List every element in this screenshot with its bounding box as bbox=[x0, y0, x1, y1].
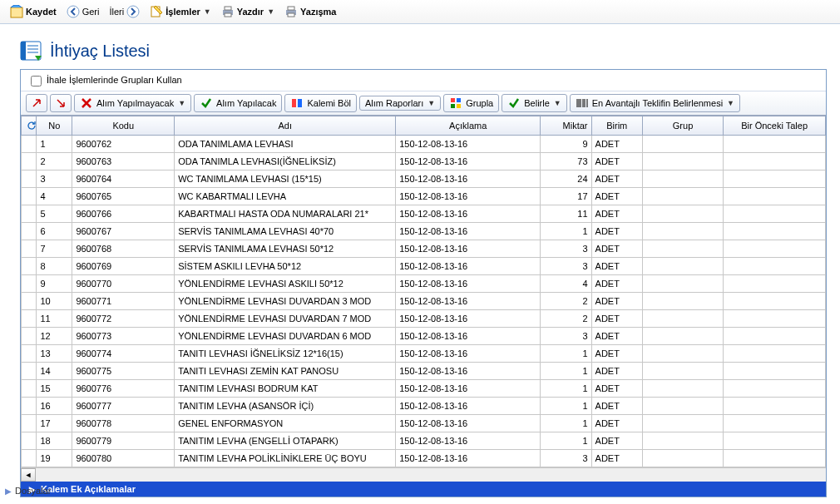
list-icon bbox=[20, 39, 43, 62]
svg-point-1 bbox=[67, 6, 79, 17]
cell-onceki bbox=[724, 136, 826, 153]
cell-onceki bbox=[724, 450, 826, 467]
table-row[interactable]: 179600778GENEL ENFORMASYON150-12-08-13-1… bbox=[22, 415, 826, 432]
cell-miktar: 4 bbox=[541, 275, 591, 293]
cell-kodu: 9600765 bbox=[72, 188, 175, 205]
move-up-button[interactable] bbox=[26, 94, 47, 112]
cell-aciklama: 150-12-08-13-16 bbox=[396, 223, 541, 240]
table-row[interactable]: 199600780TANITIM LEVHA POLİKLİNİKLERE ÜÇ… bbox=[22, 450, 826, 467]
cell-onceki bbox=[724, 258, 826, 275]
horizontal-scrollbar[interactable]: ◄ bbox=[21, 467, 826, 482]
kalemi-bol-button[interactable]: Kalemi Böl bbox=[284, 94, 357, 112]
cell-miktar: 1 bbox=[541, 345, 591, 363]
ihale-gruplari-checkbox[interactable]: İhale İşlemlerinde Grupları Kullan bbox=[27, 75, 182, 85]
col-acik[interactable]: Açıklama bbox=[396, 116, 541, 136]
alim-yapilmayacak-button[interactable]: Alım Yapılmayacak ▼ bbox=[74, 94, 191, 112]
cell-no: 7 bbox=[37, 240, 72, 258]
table-row[interactable]: 129600773YÖNLENDİRME LEVHASI DUVARDAN 6 … bbox=[22, 328, 826, 345]
col-adi[interactable]: Adı bbox=[175, 116, 396, 136]
table-row[interactable]: 29600763ODA TANIMLA LEVHASI(İĞNELİKSİZ)1… bbox=[22, 153, 826, 170]
cell-aciklama: 150-12-08-13-16 bbox=[396, 170, 541, 188]
en-avantajli-button[interactable]: En Avantajlı Teklifin Belirlenmesi ▼ bbox=[570, 94, 740, 112]
cell-adi: SERVİS TANIMLAMA LEVHASI 50*12 bbox=[175, 240, 396, 258]
table-row[interactable]: 59600766KABARTMALI HASTA ODA NUMARALARI … bbox=[22, 205, 826, 223]
cell-miktar: 24 bbox=[541, 170, 591, 188]
table-row[interactable]: 119600772YÖNLENDİRME LEVHASI DUVARDAN 7 … bbox=[22, 310, 826, 328]
table-row[interactable]: 159600776TANITIM LEVHASI BODRUM KAT150-1… bbox=[22, 380, 826, 398]
table-row[interactable]: 49600765WC KABARTMALI LEVHA150-12-08-13-… bbox=[22, 188, 826, 205]
cell-grup bbox=[642, 223, 723, 240]
col-grup[interactable]: Grup bbox=[642, 116, 723, 136]
cell-onceki bbox=[724, 275, 826, 293]
table-row[interactable]: 109600771YÖNLENDİRME LEVHASI DUVARDAN 3 … bbox=[22, 293, 826, 310]
cell-grup bbox=[642, 275, 723, 293]
cell-adi: TANITIM LEVHA (ASANSÖR İÇİ) bbox=[175, 398, 396, 415]
cell-grup bbox=[642, 345, 723, 363]
cell-birim: ADET bbox=[591, 415, 642, 432]
col-birim[interactable]: Birim bbox=[591, 116, 642, 136]
cell-aciklama: 150-12-08-13-16 bbox=[396, 450, 541, 467]
scroll-left-button[interactable]: ◄ bbox=[21, 468, 36, 482]
cell-grup bbox=[642, 432, 723, 450]
table-row[interactable]: 69600767SERVİS TANIMLAMA LEVHASI 40*7015… bbox=[22, 223, 826, 240]
geri-button[interactable]: Geri bbox=[63, 3, 103, 20]
table-row[interactable]: 39600764WC TANIMLAMA LEVHASI (15*15)150-… bbox=[22, 170, 826, 188]
col-miktar[interactable]: Miktar bbox=[541, 116, 591, 136]
btn-label: Belirle bbox=[524, 98, 550, 108]
yazdir-label: Yazdır bbox=[237, 7, 264, 17]
cell-grup bbox=[642, 328, 723, 345]
check-icon bbox=[200, 96, 213, 110]
alim-yapilacak-button[interactable]: Alım Yapılacak bbox=[194, 94, 282, 112]
islemler-button[interactable]: İşlemler ▼ bbox=[146, 3, 215, 20]
cell-aciklama: 150-12-08-13-16 bbox=[396, 398, 541, 415]
button-bar: Alım Yapılmayacak ▼ Alım Yapılacak Kalem… bbox=[21, 91, 826, 115]
grupla-button[interactable]: Grupla bbox=[443, 94, 499, 112]
cell-aciklama: 150-12-08-13-16 bbox=[396, 415, 541, 432]
cell-miktar: 1 bbox=[541, 398, 591, 415]
cell-birim: ADET bbox=[591, 136, 642, 153]
table-row[interactable]: 79600768SERVİS TANIMLAMA LEVHASI 50*1215… bbox=[22, 240, 826, 258]
alim-raporlari-button[interactable]: Alım Raporları ▼ bbox=[359, 96, 441, 111]
table-row[interactable]: 149600775TANITI LEVHASI ZEMİN KAT PANOSU… bbox=[22, 363, 826, 380]
table-row[interactable]: 89600769SİSTEM ASKILI LEVHA 50*12150-12-… bbox=[22, 258, 826, 275]
cell-no: 12 bbox=[37, 328, 72, 345]
cell-grup bbox=[642, 170, 723, 188]
cell-kodu: 9600775 bbox=[72, 363, 175, 380]
cell-grup bbox=[642, 310, 723, 328]
save-icon bbox=[10, 5, 23, 18]
table-row[interactable]: 189600779TANITIM LEVHA (ENGELLİ OTAPARK)… bbox=[22, 432, 826, 450]
table-row[interactable]: 169600777TANITIM LEVHA (ASANSÖR İÇİ)150-… bbox=[22, 398, 826, 415]
row-indicator bbox=[22, 432, 37, 450]
cell-birim: ADET bbox=[591, 275, 642, 293]
cell-kodu: 9600770 bbox=[72, 275, 175, 293]
indicator-header[interactable] bbox=[22, 116, 37, 136]
move-down-button[interactable] bbox=[50, 94, 72, 112]
cell-no: 11 bbox=[37, 310, 72, 328]
col-onceki[interactable]: Bir Önceki Talep bbox=[724, 116, 826, 136]
svg-rect-16 bbox=[298, 99, 302, 107]
printer-icon bbox=[221, 5, 235, 18]
table-row[interactable]: 19600762ODA TANIMLAMA LEVHASI150-12-08-1… bbox=[22, 136, 826, 153]
barcode-icon bbox=[576, 96, 589, 110]
dosyalar-toggle[interactable]: ▶ Dosyalar bbox=[5, 486, 51, 496]
col-kodu[interactable]: Kodu bbox=[72, 116, 175, 136]
col-no[interactable]: No bbox=[37, 116, 72, 136]
kalem-ek-aciklamalar-collapser[interactable]: ▶ Kalem Ek Açıklamalar bbox=[21, 482, 826, 497]
cell-no: 8 bbox=[37, 258, 72, 275]
page-header: İhtiyaç Listesi bbox=[0, 24, 840, 69]
yazdir-button[interactable]: Yazdır ▼ bbox=[218, 3, 278, 20]
cell-miktar: 2 bbox=[541, 293, 591, 310]
cell-aciklama: 150-12-08-13-16 bbox=[396, 275, 541, 293]
ileri-button[interactable]: İleri bbox=[106, 3, 143, 20]
geri-label: Geri bbox=[82, 7, 100, 17]
cell-birim: ADET bbox=[591, 153, 642, 170]
cell-grup bbox=[642, 293, 723, 310]
kaydet-button[interactable]: Kaydet bbox=[7, 3, 60, 20]
table-row[interactable]: 99600770YÖNLENDİRME LEVHASI ASKILI 50*12… bbox=[22, 275, 826, 293]
belirle-button[interactable]: Belirle ▼ bbox=[502, 94, 567, 112]
cell-grup bbox=[642, 240, 723, 258]
yazisma-button[interactable]: Yazışma bbox=[281, 3, 339, 20]
cell-no: 9 bbox=[37, 275, 72, 293]
data-grid[interactable]: No Kodu Adı Açıklama Miktar Birim Grup B… bbox=[21, 116, 826, 467]
table-row[interactable]: 139600774TANITI LEVHASI İĞNELİKSİZ 12*16… bbox=[22, 345, 826, 363]
